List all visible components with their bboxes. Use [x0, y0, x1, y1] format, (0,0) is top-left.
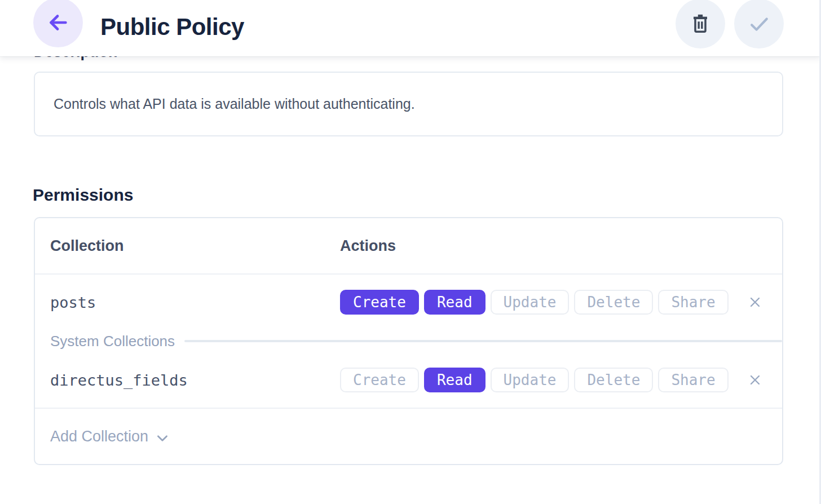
- action-update-button[interactable]: Update: [491, 368, 570, 392]
- collection-name: posts: [50, 294, 96, 311]
- page-header: Public Policy: [0, 0, 821, 56]
- actions-group: CreateReadUpdateDeleteShare: [340, 290, 729, 315]
- action-read-button[interactable]: Read: [424, 368, 485, 392]
- remove-row-icon[interactable]: [746, 293, 764, 311]
- actions-group: CreateReadUpdateDeleteShare: [340, 368, 729, 392]
- trash-icon: [689, 12, 712, 35]
- description-field-value: Controls what API data is available with…: [54, 96, 415, 112]
- add-collection-button[interactable]: Add Collection: [35, 408, 782, 464]
- column-header-collection: Collection: [35, 237, 340, 255]
- action-update-button[interactable]: Update: [491, 290, 570, 315]
- save-button[interactable]: [734, 0, 784, 48]
- system-collections-label: System Collections: [50, 333, 175, 350]
- back-button[interactable]: [33, 0, 83, 47]
- permission-row-directus-fields: directus_fields CreateReadUpdateDeleteSh…: [35, 352, 782, 408]
- chevron-down-icon: [155, 431, 170, 445]
- column-header-actions: Actions: [340, 237, 396, 255]
- description-field[interactable]: Controls what API data is available with…: [34, 72, 783, 136]
- arrow-left-icon: [45, 10, 71, 36]
- check-icon: [747, 11, 771, 36]
- action-delete-button[interactable]: Delete: [574, 368, 653, 392]
- divider-line: [184, 340, 782, 342]
- permissions-heading: Permissions: [33, 185, 133, 205]
- permissions-table-header: Collection Actions: [35, 218, 782, 275]
- system-collections-divider: System Collections: [35, 330, 782, 352]
- policy-detail-page: Description Controls what API data is av…: [0, 0, 821, 504]
- action-delete-button[interactable]: Delete: [574, 290, 653, 315]
- action-read-button[interactable]: Read: [424, 290, 485, 315]
- permission-row-posts: posts CreateReadUpdateDeleteShare: [35, 275, 782, 330]
- collection-name: directus_fields: [50, 372, 188, 389]
- action-share-button[interactable]: Share: [658, 368, 728, 392]
- action-create-button[interactable]: Create: [340, 290, 419, 315]
- action-share-button[interactable]: Share: [658, 290, 728, 315]
- page-title: Public Policy: [100, 0, 244, 56]
- add-collection-label: Add Collection: [50, 428, 148, 445]
- remove-row-icon[interactable]: [746, 371, 764, 389]
- delete-policy-button[interactable]: [676, 0, 725, 48]
- permissions-table: Collection Actions posts CreateReadUpdat…: [34, 217, 783, 465]
- action-create-button[interactable]: Create: [340, 368, 419, 392]
